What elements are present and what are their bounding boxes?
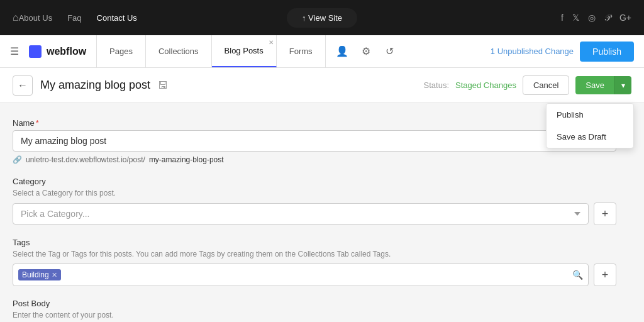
publish-button[interactable]: Publish bbox=[580, 42, 634, 62]
twitter-icon[interactable]: 𝕏 bbox=[572, 13, 579, 23]
googleplus-icon[interactable]: G+ bbox=[619, 13, 631, 23]
top-bar: ⌂ About Us Faq Contact Us ↑ View Site f … bbox=[0, 0, 644, 35]
post-body-group: Post Body Enter the content of your post… bbox=[13, 299, 616, 322]
name-label: Name* bbox=[13, 118, 616, 128]
category-field-group: Category Select a Category for this post… bbox=[13, 177, 616, 225]
header-right: Status: Staged Changes Cancel Save ▾ bbox=[424, 75, 631, 95]
settings-icon-btn[interactable]: ⚙ bbox=[355, 40, 377, 63]
tab-collections-label: Collections bbox=[158, 47, 199, 56]
user-icon-btn[interactable]: 👤 bbox=[331, 40, 353, 63]
page-title: My amazing blog post bbox=[40, 79, 150, 92]
category-select-row: Pick a Category... + bbox=[13, 203, 616, 225]
tag-chip-building: Building ✕ bbox=[18, 269, 61, 280]
main-content: Name* 🔗 unletro-test.dev.webflowtest.io/… bbox=[0, 103, 629, 322]
toolbar: ☰ webflow Pages Collections Blog Posts ✕… bbox=[0, 35, 644, 68]
toolbar-right: 1 Unpublished Change Publish bbox=[480, 35, 644, 67]
tags-search-icon[interactable]: 🔍 bbox=[572, 270, 583, 280]
tags-label: Tags bbox=[13, 238, 616, 247]
save-file-icon[interactable]: 🖫 bbox=[158, 80, 168, 91]
nav-contact[interactable]: Contact Us bbox=[97, 13, 137, 23]
tab-pages[interactable]: Pages bbox=[97, 35, 146, 67]
nav-faq[interactable]: Faq bbox=[67, 13, 81, 23]
category-add-button[interactable]: + bbox=[594, 203, 616, 225]
cancel-button[interactable]: Cancel bbox=[523, 75, 569, 95]
save-dropdown-menu: Publish Save as Draft bbox=[546, 103, 634, 148]
logo-area: ☰ webflow bbox=[0, 35, 97, 67]
status-value: Staged Changes bbox=[455, 80, 516, 90]
tab-blog-posts[interactable]: Blog Posts ✕ bbox=[212, 35, 277, 67]
tags-sublabel: Select the Tag or Tags for this posts. Y… bbox=[13, 250, 616, 258]
tab-pages-label: Pages bbox=[109, 47, 133, 56]
instagram-icon[interactable]: ◎ bbox=[588, 13, 596, 23]
url-slug: my-amazing-blog-post bbox=[149, 155, 224, 164]
tab-collections[interactable]: Collections bbox=[146, 35, 212, 67]
tab-close-icon[interactable]: ✕ bbox=[269, 39, 274, 46]
status-label: Status: bbox=[424, 80, 449, 90]
tab-forms-label: Forms bbox=[289, 47, 313, 56]
url-preview: 🔗 unletro-test.dev.webflowtest.io/post/m… bbox=[13, 155, 616, 164]
social-icons: f 𝕏 ◎ 𝒫 G+ bbox=[561, 13, 631, 23]
url-prefix: unletro-test.dev.webflowtest.io/post/ bbox=[26, 155, 145, 164]
refresh-icon-btn[interactable]: ↺ bbox=[379, 40, 401, 63]
category-label: Category bbox=[13, 177, 616, 186]
dropdown-publish[interactable]: Publish bbox=[547, 104, 633, 126]
top-nav-links: About Us Faq Contact Us bbox=[19, 13, 137, 23]
name-field-group: Name* 🔗 unletro-test.dev.webflowtest.io/… bbox=[13, 118, 616, 164]
back-button[interactable]: ← bbox=[13, 75, 33, 96]
facebook-icon[interactable]: f bbox=[561, 13, 564, 23]
tab-blog-posts-label: Blog Posts bbox=[225, 46, 264, 55]
tags-add-button[interactable]: + bbox=[594, 264, 616, 286]
tags-input-row: Building ✕ 🔍 + bbox=[13, 264, 616, 286]
category-sublabel: Select a Category for this post. bbox=[13, 189, 616, 197]
save-dropdown-toggle[interactable]: ▾ bbox=[614, 76, 631, 94]
pinterest-icon[interactable]: 𝒫 bbox=[604, 13, 611, 23]
category-select[interactable]: Pick a Category... bbox=[13, 203, 589, 225]
post-body-label: Post Body bbox=[13, 299, 616, 308]
tab-forms[interactable]: Forms bbox=[277, 35, 326, 67]
view-site-button[interactable]: ↑ View Site bbox=[287, 8, 357, 28]
hamburger-icon[interactable]: ☰ bbox=[10, 45, 19, 57]
dropdown-save-draft[interactable]: Save as Draft bbox=[547, 126, 633, 148]
logo-text: webflow bbox=[47, 46, 86, 57]
name-input[interactable] bbox=[13, 130, 616, 152]
tags-field-group: Tags Select the Tag or Tags for this pos… bbox=[13, 238, 616, 286]
save-button[interactable]: Save bbox=[575, 76, 614, 94]
home-icon[interactable]: ⌂ bbox=[13, 12, 19, 23]
unpublished-badge: 1 Unpublished Change bbox=[491, 47, 574, 56]
tag-label: Building bbox=[22, 270, 49, 279]
content-header: ← My amazing blog post 🖫 Status: Staged … bbox=[0, 68, 644, 103]
toolbar-icon-group: 👤 ⚙ ↺ bbox=[326, 35, 406, 67]
post-body-sublabel: Enter the content of your post. bbox=[13, 311, 616, 319]
tags-field[interactable]: Building ✕ 🔍 bbox=[13, 264, 589, 286]
nav-about[interactable]: About Us bbox=[19, 13, 52, 23]
webflow-logo-icon bbox=[29, 45, 42, 58]
toolbar-tabs: Pages Collections Blog Posts ✕ Forms bbox=[97, 35, 325, 67]
tag-remove-icon[interactable]: ✕ bbox=[52, 271, 57, 279]
save-btn-group: Save ▾ bbox=[575, 76, 631, 94]
link-icon: 🔗 bbox=[13, 155, 22, 164]
